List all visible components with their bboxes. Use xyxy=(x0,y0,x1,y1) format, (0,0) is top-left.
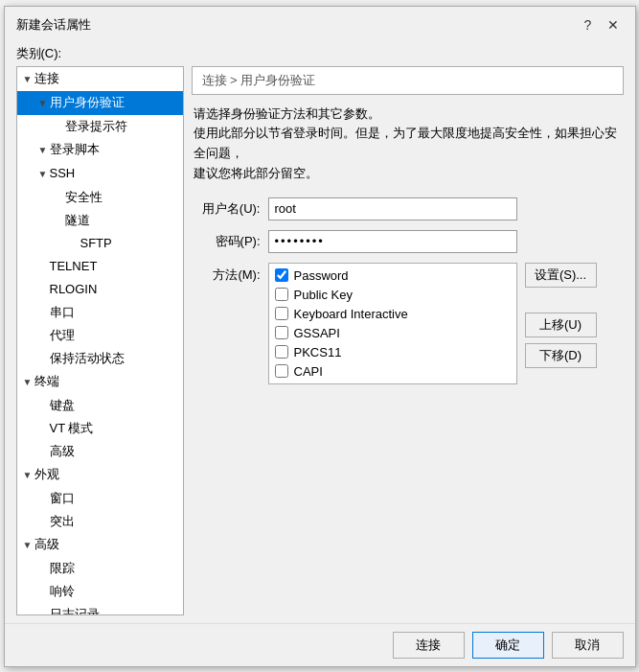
title-bar-buttons: ? ✕ xyxy=(578,14,624,35)
dialog-title: 新建会话属性 xyxy=(16,16,91,34)
tree-item-rlogin[interactable]: RLOGIN xyxy=(17,278,183,301)
main-content: ▼连接▼用户身份验证登录提示符▼登录脚本▼SSH安全性隧道SFTPTELNETR… xyxy=(5,66,635,623)
method-checkbox-password[interactable] xyxy=(275,268,288,282)
category-label: 类别(C): xyxy=(5,41,635,66)
method-label-public-key: Public Key xyxy=(294,288,353,302)
username-input[interactable] xyxy=(268,197,517,220)
cancel-button[interactable]: 取消 xyxy=(552,632,624,659)
methods-buttons: 设置(S)... 上移(U) 下移(D) xyxy=(525,263,597,368)
connect-button[interactable]: 连接 xyxy=(393,632,465,659)
tree-item-tunnel[interactable]: 隧道 xyxy=(17,209,183,232)
tree-item-proxy[interactable]: 代理 xyxy=(17,324,183,347)
tree-item-telnet[interactable]: TELNET xyxy=(17,255,183,278)
tree-item-login-script[interactable]: ▼登录脚本 xyxy=(17,138,183,162)
tree-item-logging[interactable]: 日志记录 xyxy=(17,603,183,615)
tree-item-sftp[interactable]: SFTP xyxy=(17,232,183,255)
desc-line3: 建议您将此部分留空。 xyxy=(194,164,622,184)
method-checkbox-gssapi[interactable] xyxy=(275,326,288,339)
method-checkbox-pkcs11[interactable] xyxy=(275,345,288,359)
password-label: 密码(P): xyxy=(192,233,261,250)
expander-login-script: ▼ xyxy=(36,141,50,160)
tree-item-ssh[interactable]: ▼SSH xyxy=(17,162,183,186)
tree-item-window[interactable]: 窗口 xyxy=(17,487,183,510)
close-button[interactable]: ✕ xyxy=(603,14,624,35)
description-box: 请选择身份验证方法和其它参数。 使用此部分以节省登录时间。但是，为了最大限度地提… xyxy=(192,101,624,188)
ok-button[interactable]: 确定 xyxy=(472,632,544,659)
method-checkbox-public-key[interactable] xyxy=(275,288,288,301)
expander-terminal: ▼ xyxy=(21,373,34,392)
form-area: 用户名(U): 密码(P): 方法(M): PasswordPublic Key… xyxy=(192,197,624,384)
method-label-gssapi: GSSAPI xyxy=(294,326,340,340)
method-item-gssapi[interactable]: GSSAPI xyxy=(275,325,511,341)
method-label-password: Password xyxy=(294,268,349,283)
help-button[interactable]: ? xyxy=(578,14,599,35)
tree-item-highlight[interactable]: 突出 xyxy=(17,510,183,533)
expander-appearance: ▼ xyxy=(21,466,34,485)
tree-item-terminal[interactable]: ▼终端 xyxy=(17,370,183,394)
footer: 连接 确定 取消 xyxy=(5,623,635,666)
expander-advanced2: ▼ xyxy=(21,536,34,555)
dialog: 新建会话属性 ? ✕ 类别(C): ▼连接▼用户身份验证登录提示符▼登录脚本▼S… xyxy=(4,6,636,667)
method-item-password[interactable]: Password xyxy=(275,267,511,284)
title-bar: 新建会话属性 ? ✕ xyxy=(5,7,635,41)
method-item-capi[interactable]: CAPI xyxy=(275,363,511,380)
expander-ssh: ▼ xyxy=(36,165,50,184)
desc-line1: 请选择身份验证方法和其它参数。 xyxy=(194,104,622,125)
tree-item-serial[interactable]: 串口 xyxy=(17,301,183,324)
tree-panel[interactable]: ▼连接▼用户身份验证登录提示符▼登录脚本▼SSH安全性隧道SFTPTELNETR… xyxy=(16,66,184,615)
method-checkbox-keyboard-interactive[interactable] xyxy=(275,307,288,320)
desc-line2: 使用此部分以节省登录时间。但是，为了最大限度地提高安全性，如果担心安全问题， xyxy=(194,124,622,164)
tree-item-advanced2[interactable]: ▼高级 xyxy=(17,533,183,557)
tree-item-security[interactable]: 安全性 xyxy=(17,186,183,209)
right-panel: 连接 > 用户身份验证 请选择身份验证方法和其它参数。 使用此部分以节省登录时间… xyxy=(192,66,624,615)
tree-item-connection[interactable]: ▼连接 xyxy=(17,67,183,91)
methods-list: PasswordPublic KeyKeyboard InteractiveGS… xyxy=(268,263,517,384)
password-row: 密码(P): xyxy=(192,230,624,253)
username-row: 用户名(U): xyxy=(192,197,624,220)
password-input[interactable] xyxy=(268,230,517,253)
tree-item-login-prompt[interactable]: 登录提示符 xyxy=(17,115,183,138)
method-label: 方法(M): xyxy=(192,263,261,284)
tree-item-appearance[interactable]: ▼外观 xyxy=(17,463,183,487)
method-item-keyboard-interactive[interactable]: Keyboard Interactive xyxy=(275,306,511,322)
tree-item-vt-mode[interactable]: VT 模式 xyxy=(17,417,183,440)
method-item-public-key[interactable]: Public Key xyxy=(275,287,511,303)
expander-connection: ▼ xyxy=(21,70,34,89)
methods-row: 方法(M): PasswordPublic KeyKeyboard Intera… xyxy=(192,263,624,384)
settings-button[interactable]: 设置(S)... xyxy=(525,263,597,288)
expander-user-auth: ▼ xyxy=(36,94,50,113)
tree-item-restrict[interactable]: 限踪 xyxy=(17,557,183,580)
method-label-capi: CAPI xyxy=(294,364,323,379)
method-item-pkcs11[interactable]: PKCS11 xyxy=(275,344,511,360)
tree-item-user-auth[interactable]: ▼用户身份验证 xyxy=(17,91,183,115)
method-checkbox-capi[interactable] xyxy=(275,364,288,378)
move-up-button[interactable]: 上移(U) xyxy=(525,313,597,337)
tree-item-bell[interactable]: 响铃 xyxy=(17,580,183,603)
tree-item-keyboard[interactable]: 键盘 xyxy=(17,394,183,417)
move-down-button[interactable]: 下移(D) xyxy=(525,343,597,368)
tree-item-keepalive[interactable]: 保持活动状态 xyxy=(17,347,183,370)
method-label-pkcs11: PKCS11 xyxy=(294,345,342,359)
breadcrumb: 连接 > 用户身份验证 xyxy=(192,66,624,95)
method-label-keyboard-interactive: Keyboard Interactive xyxy=(294,307,408,321)
username-label: 用户名(U): xyxy=(192,200,261,218)
tree-item-advanced[interactable]: 高级 xyxy=(17,440,183,463)
